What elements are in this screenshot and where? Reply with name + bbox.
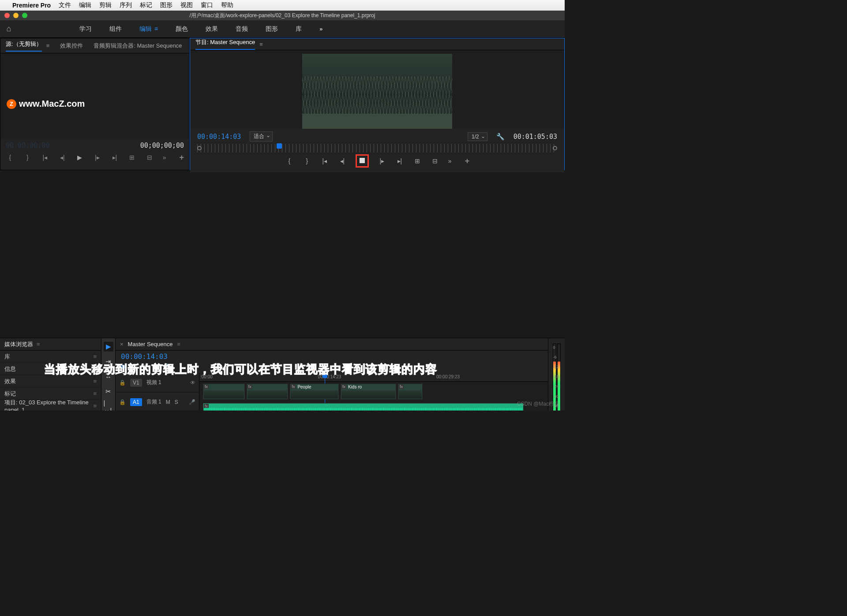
p-step-back-icon[interactable]: ◂| — [338, 157, 347, 164]
timeline-tc[interactable]: 00:00:14:03 — [116, 351, 548, 362]
program-ruler[interactable] — [197, 144, 557, 152]
tab-audio-mixer[interactable]: 音频剪辑混合器: Master Sequence — [94, 42, 182, 50]
go-in-icon[interactable]: |◂ — [41, 154, 49, 161]
res-select[interactable]: 1/2 — [468, 132, 487, 141]
ws-learn[interactable]: 学习 — [79, 25, 92, 33]
step-fwd-icon[interactable]: |▸ — [93, 154, 102, 161]
tab-effects-panel[interactable]: 效果 — [0, 375, 101, 388]
menu-view[interactable]: 视图 — [180, 1, 193, 9]
home-icon[interactable]: ⌂ — [0, 24, 18, 34]
lock-icon[interactable]: 🔒 — [119, 399, 126, 405]
src-add-button-icon[interactable]: + — [179, 153, 184, 162]
ws-graphics[interactable]: 图形 — [266, 25, 278, 33]
app-name[interactable]: Premiere Pro — [12, 2, 51, 9]
prog-panel-menu-icon[interactable]: ≡ — [259, 41, 263, 48]
tab-program[interactable]: 节目: Master Sequence — [195, 38, 255, 50]
menu-sequence[interactable]: 序列 — [120, 1, 132, 9]
lift-icon[interactable]: ⊞ — [413, 157, 422, 164]
wrench-icon[interactable]: 🔧 — [165, 363, 172, 370]
close-icon[interactable] — [4, 13, 10, 18]
ws-color[interactable]: 颜色 — [176, 25, 188, 33]
tab-libraries[interactable]: 库 — [0, 351, 101, 363]
tab-source[interactable]: 源:（无剪辑） — [6, 40, 42, 52]
mark-out-icon[interactable]: } — [23, 154, 32, 161]
source-tc-out: 00;00;00;00 — [140, 142, 184, 149]
insert-icon[interactable]: ⊞ — [128, 154, 137, 161]
sequence-name[interactable]: Master Sequence — [128, 341, 173, 347]
track-select-tool-icon[interactable]: ⇥ — [104, 357, 113, 366]
mark-in-icon[interactable]: { — [6, 154, 15, 161]
track-area[interactable]: :00:00 00:00:14:23 00:00:29:23 fx fx fxP… — [199, 373, 548, 411]
ws-editing[interactable]: 编辑 — [139, 25, 158, 33]
time-ruler[interactable]: :00:00 00:00:14:23 00:00:29:23 — [199, 373, 548, 382]
program-playhead[interactable] — [277, 143, 282, 149]
mute-button[interactable]: M — [166, 399, 170, 405]
ws-audio[interactable]: 音频 — [236, 25, 248, 33]
stop-icon — [360, 158, 365, 163]
tab-markers[interactable]: 标记 — [0, 388, 101, 400]
razor-tool-icon[interactable]: ✂ — [104, 387, 113, 396]
a1-tag[interactable]: A1 — [130, 398, 142, 406]
video-clip[interactable]: fxPeople — [290, 384, 339, 399]
maximize-icon[interactable] — [22, 13, 27, 18]
menu-marker[interactable]: 标记 — [140, 1, 152, 9]
settings-icon[interactable]: 🔧 — [496, 133, 505, 141]
p-mark-in-icon[interactable]: { — [285, 157, 294, 164]
p-go-in-icon[interactable]: |◂ — [320, 157, 329, 164]
ws-assembly[interactable]: 组件 — [109, 25, 122, 33]
go-out-icon[interactable]: ▸| — [110, 154, 119, 161]
solo-button[interactable]: S — [175, 399, 178, 405]
audio-clip[interactable]: fx — [203, 403, 524, 411]
program-viewer[interactable] — [190, 50, 564, 129]
mic-icon[interactable]: 🎤 — [189, 399, 195, 405]
timeline-panel: × Master Sequence ≡ 00:00:14:03 ✱ ⋂ ⎘ ⬣ … — [116, 338, 548, 411]
lock-icon[interactable]: 🔒 — [119, 380, 126, 386]
marker-icon[interactable]: ⬣ — [153, 363, 158, 370]
tab-media-browser[interactable]: 媒体浏览器 — [4, 340, 33, 348]
v1-tag[interactable]: V1 — [130, 379, 142, 387]
video-clip[interactable]: fx — [247, 384, 289, 399]
stop-button[interactable] — [356, 154, 369, 168]
video-clip[interactable]: fx — [203, 384, 245, 399]
fit-select[interactable]: 适合 — [250, 131, 273, 142]
link-icon[interactable]: ⎘ — [143, 363, 147, 370]
panel-menu-icon[interactable]: ≡ — [46, 42, 50, 49]
overwrite-icon[interactable]: ⊟ — [145, 154, 154, 161]
audio-track-header[interactable]: 🔒 A1 音频 1 M S 🎤 — [116, 392, 199, 411]
ws-libraries[interactable]: 库 — [296, 25, 302, 33]
src-transport-more-icon[interactable]: » — [163, 154, 166, 161]
source-tc-in[interactable]: 00;00;00;00 — [6, 142, 49, 149]
tab-info[interactable]: 信息 — [0, 363, 101, 375]
program-tc[interactable]: 00:00:14:03 — [197, 133, 241, 141]
tab-project[interactable]: 项目: 02_03 Explore the Timeline panel_1 — [0, 400, 101, 411]
video-track-header[interactable]: 🔒 V1 视频 1 👁 — [116, 373, 199, 392]
video-clip[interactable]: fx — [398, 384, 422, 399]
menu-edit[interactable]: 编辑 — [79, 1, 91, 9]
video-clip[interactable]: fxKids ro — [341, 384, 396, 399]
mac-menubar: Premiere Pro 文件 编辑 剪辑 序列 标记 图形 视图 窗口 帮助 — [0, 0, 565, 11]
menu-file[interactable]: 文件 — [59, 1, 71, 9]
close-seq-icon[interactable]: × — [120, 341, 124, 347]
ws-overflow-icon[interactable]: » — [319, 26, 322, 32]
tab-effect-controls[interactable]: 效果控件 — [60, 42, 83, 50]
p-go-out-icon[interactable]: ▸| — [395, 157, 404, 164]
ripple-tool-icon[interactable]: ↔ — [104, 372, 113, 381]
p-step-fwd-icon[interactable]: |▸ — [378, 157, 386, 164]
p-mark-out-icon[interactable]: } — [303, 157, 311, 164]
step-back-icon[interactable]: ◂| — [58, 154, 67, 161]
menu-help[interactable]: 帮助 — [221, 1, 233, 9]
minimize-icon[interactable] — [13, 13, 19, 18]
slip-tool-icon[interactable]: |↔| — [104, 402, 113, 411]
menu-graphics[interactable]: 图形 — [160, 1, 172, 9]
p-transport-more-icon[interactable]: » — [448, 157, 452, 164]
menu-clip[interactable]: 剪辑 — [99, 1, 112, 9]
magnet-icon[interactable]: ⋂ — [132, 363, 137, 370]
ws-effects[interactable]: 效果 — [206, 25, 218, 33]
snap-icon[interactable]: ✱ — [121, 363, 126, 370]
play-icon[interactable]: ▶ — [75, 154, 84, 161]
eye-icon[interactable]: 👁 — [190, 380, 195, 386]
extract-icon[interactable]: ⊟ — [431, 157, 439, 164]
selection-tool-icon[interactable]: ▶ — [104, 342, 113, 351]
menu-window[interactable]: 窗口 — [201, 1, 213, 9]
p-add-button-icon[interactable]: + — [465, 157, 470, 166]
